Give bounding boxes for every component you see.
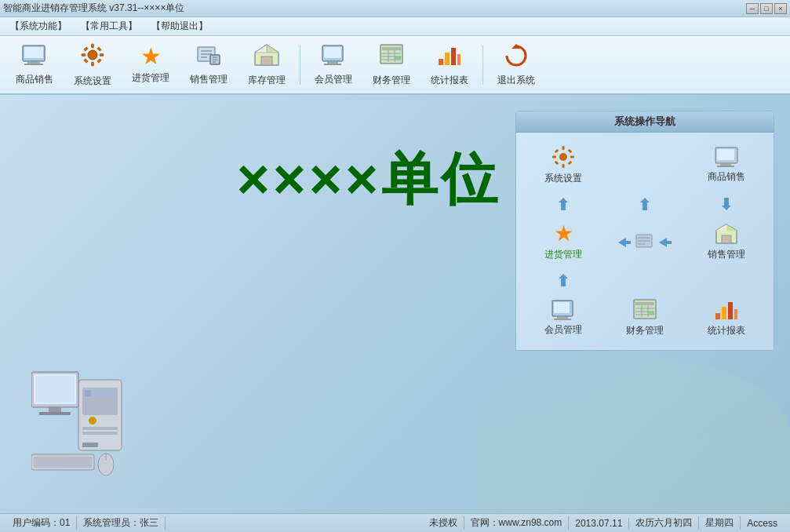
toolbar-report-label: 统计报表	[431, 74, 468, 87]
nav-arrow-down-mid	[604, 191, 686, 217]
svg-rect-69	[717, 149, 734, 160]
svg-rect-62	[552, 156, 556, 159]
svg-rect-87	[554, 302, 570, 313]
svg-marker-73	[640, 198, 650, 210]
svg-rect-5	[92, 44, 94, 48]
toolbar: 商品销售 系统设置 ★ 进货管理	[0, 36, 790, 95]
nav-settings-label: 系统设置	[544, 172, 582, 185]
toolbar-goods-label: 商品销售	[16, 73, 53, 86]
close-button[interactable]: ×	[774, 3, 787, 14]
svg-rect-39	[451, 48, 456, 65]
company-title: ××××单位	[237, 142, 501, 217]
nav-report-label: 统计报表	[708, 324, 745, 337]
svg-rect-64	[555, 149, 559, 154]
toolbar-member[interactable]: 会员管理	[305, 39, 362, 90]
svg-rect-9	[84, 46, 89, 51]
svg-rect-10	[97, 46, 102, 51]
svg-rect-84	[722, 235, 731, 243]
nav-report-icon	[715, 299, 738, 321]
nav-settings[interactable]: 系统设置	[522, 139, 604, 191]
auth-status: 未授权	[423, 516, 464, 530]
nav-member[interactable]: 会员管理	[522, 293, 604, 344]
svg-rect-89	[554, 319, 571, 320]
nav-member-icon	[552, 300, 575, 320]
member-icon	[321, 44, 346, 70]
db-type: Access	[741, 518, 784, 529]
toolbar-report[interactable]: 统计报表	[421, 39, 478, 90]
arrow-up-right-icon	[719, 195, 734, 213]
lunar: 农历六月初四	[629, 516, 699, 530]
nav-finance-icon	[633, 299, 657, 321]
toolbar-finance-label: 财务管理	[373, 74, 410, 87]
svg-rect-91	[635, 302, 654, 305]
menu-tools[interactable]: 【常用工具】	[74, 17, 144, 35]
svg-rect-37	[439, 59, 443, 65]
svg-rect-56	[34, 457, 92, 468]
nav-goods-icon	[715, 147, 738, 167]
svg-rect-71	[717, 166, 734, 167]
maximize-button[interactable]: □	[760, 3, 773, 14]
nav-purchase[interactable]: ★ 进货管理	[522, 217, 604, 268]
svg-rect-47	[82, 427, 118, 430]
toolbar-separator-2	[482, 46, 483, 85]
nav-finance[interactable]: 财务管理	[604, 293, 686, 344]
svg-rect-30	[382, 47, 401, 50]
nav-purchase-icon: ★	[554, 223, 573, 245]
svg-rect-101	[734, 309, 737, 319]
finance-icon	[379, 43, 404, 71]
nav-inventory-label: 销售管理	[708, 248, 745, 261]
svg-rect-63	[570, 156, 574, 159]
nav-row4-right	[686, 268, 767, 293]
svg-rect-11	[84, 58, 89, 63]
svg-rect-24	[261, 56, 272, 65]
nav-goods-label: 商品销售	[708, 170, 745, 184]
status-bar: 用户编码：01 系统管理员：张三 未授权 官网：www.zn98.com 201…	[0, 513, 790, 532]
svg-rect-45	[93, 390, 116, 396]
toolbar-purchase[interactable]: ★ 进货管理	[122, 39, 179, 90]
svg-rect-48	[82, 432, 118, 435]
svg-rect-1	[24, 47, 43, 58]
nav-arrow-right-1	[604, 217, 686, 268]
svg-rect-28	[324, 64, 341, 65]
toolbar-sales[interactable]: 销售管理	[180, 39, 237, 90]
nav-report[interactable]: 统计报表	[686, 293, 767, 344]
sales-icon-nav	[635, 234, 654, 250]
toolbar-inventory[interactable]: 库存管理	[238, 39, 295, 90]
svg-rect-49	[82, 443, 98, 447]
toolbar-settings[interactable]: 系统设置	[64, 39, 121, 90]
report-icon	[437, 43, 462, 71]
arrow-down-left-icon	[555, 195, 571, 213]
arrow-right-1-icon	[615, 235, 634, 250]
svg-rect-36	[395, 56, 401, 60]
toolbar-exit[interactable]: 退出系统	[488, 39, 544, 90]
toolbar-member-label: 会员管理	[315, 73, 352, 86]
svg-rect-53	[49, 406, 61, 413]
nav-arrow-up-right	[686, 191, 767, 217]
svg-rect-6	[92, 62, 94, 66]
toolbar-goods[interactable]: 商品销售	[6, 39, 63, 90]
arrow-down-mid-icon	[637, 195, 653, 213]
svg-marker-72	[559, 198, 568, 210]
nav-panel-title: 系统操作导航	[516, 111, 774, 133]
nav-empty-top-mid	[604, 139, 686, 191]
svg-rect-66	[555, 161, 559, 166]
nav-inventory[interactable]: 销售管理	[686, 217, 767, 268]
toolbar-finance[interactable]: 财务管理	[363, 39, 420, 90]
minimize-button[interactable]: ─	[746, 3, 759, 14]
svg-marker-22	[267, 45, 279, 53]
svg-point-46	[89, 417, 96, 425]
date: 2013.07.11	[569, 518, 629, 529]
nav-goods[interactable]: 商品销售	[686, 139, 767, 191]
title-bar: 智能商业进销存管理系统 v37.31--××××单位 ─ □ ×	[0, 0, 790, 17]
toolbar-separator	[300, 46, 300, 85]
svg-rect-67	[568, 161, 573, 166]
menu-help[interactable]: 【帮助退出】	[144, 17, 215, 35]
svg-rect-65	[568, 149, 573, 154]
menu-system[interactable]: 【系统功能】	[3, 17, 74, 35]
svg-point-59	[559, 153, 567, 161]
arrow-right-2-icon	[656, 235, 675, 250]
svg-rect-40	[457, 54, 461, 65]
window-controls: ─ □ ×	[746, 3, 787, 14]
svg-rect-54	[39, 412, 71, 415]
user-name: 系统管理员：张三	[77, 516, 166, 530]
